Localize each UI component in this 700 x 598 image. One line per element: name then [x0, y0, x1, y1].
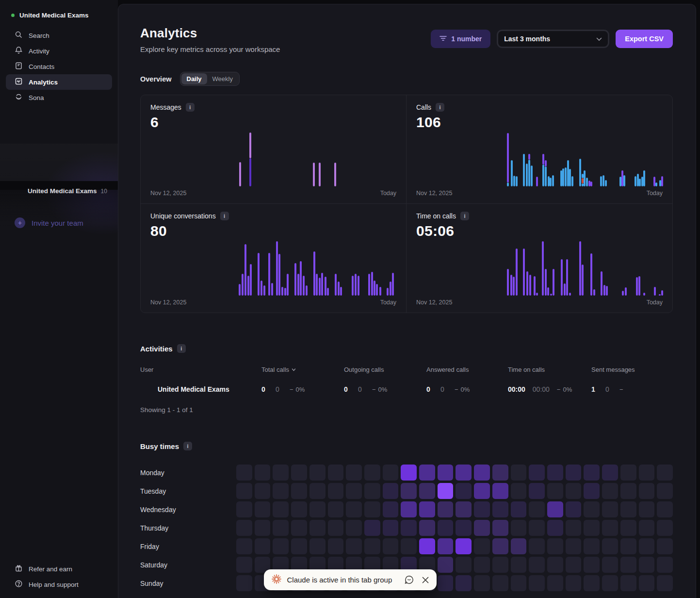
sidebar-item-activity[interactable]: Activity: [6, 43, 112, 59]
chart-bar: [526, 164, 528, 186]
workspace-switcher[interactable]: United Medical Exams: [0, 0, 118, 26]
heatmap-cell: [657, 538, 673, 554]
heatmap-cell: [639, 483, 655, 499]
axis-end-label: Today: [647, 299, 663, 306]
heatmap-cell: [255, 501, 271, 517]
help-and-support-button[interactable]: Help and support: [6, 577, 112, 592]
activities-title: Activities: [140, 345, 173, 353]
heatmap-day-label: Thursday: [140, 524, 234, 532]
heatmap-cell: [529, 520, 545, 536]
chart-bar: [639, 179, 641, 186]
heatmap-cell: [401, 483, 417, 499]
number-filter-button[interactable]: 1 number: [431, 30, 490, 48]
heatmap-cell: [492, 501, 508, 517]
chart-bar: [268, 253, 270, 296]
heatmap-cell: [456, 538, 472, 554]
chart-bar: [638, 276, 640, 296]
info-icon[interactable]: i: [177, 344, 186, 353]
chart-bar: [603, 285, 605, 296]
export-csv-button[interactable]: Export CSV: [616, 30, 673, 48]
column-answered-calls[interactable]: Answered calls: [426, 366, 508, 373]
chart-bar: [387, 288, 389, 296]
chart-bar: [561, 259, 563, 296]
heatmap-cell: [346, 483, 362, 499]
toggle-daily[interactable]: Daily: [181, 73, 207, 84]
heatmap-cell: [547, 465, 563, 481]
invite-your-team-button[interactable]: + Invite your team: [15, 217, 83, 228]
heatmap-cell: [584, 465, 600, 481]
toggle-weekly[interactable]: Weekly: [207, 73, 238, 84]
sidebar-item-sona[interactable]: Sona: [6, 90, 112, 105]
heatmap-cell: [364, 520, 380, 536]
heatmap-cell: [456, 557, 472, 573]
heatmap-cell: [401, 465, 417, 481]
column-total-calls[interactable]: Total calls: [261, 366, 344, 373]
heatmap-cell: [584, 520, 600, 536]
messages-value: 6: [150, 114, 396, 131]
heatmap-cell: [236, 520, 252, 536]
chart-bar: [571, 176, 573, 186]
chart-bar: [321, 273, 323, 296]
heatmap-cell: [511, 520, 527, 536]
chart-bar: [542, 241, 544, 296]
chart-bar: [569, 169, 571, 186]
heatmap-cell: [456, 483, 472, 499]
heatmap-cell: [511, 465, 527, 481]
heatmap-cell: [328, 483, 344, 499]
card-title: Messages: [150, 103, 181, 111]
card-title: Calls: [416, 103, 431, 111]
chart-bar: [300, 261, 302, 296]
heatmap-cell: [309, 538, 326, 554]
contacts-icon: [15, 62, 23, 71]
close-icon[interactable]: [422, 577, 429, 583]
chart-bar: [643, 170, 645, 186]
info-icon[interactable]: i: [436, 103, 444, 112]
heatmap-cell: [584, 483, 600, 499]
column-time-on-calls[interactable]: Time on calls: [508, 366, 591, 373]
column-user[interactable]: User: [140, 366, 261, 373]
table-row[interactable]: United Medical Exams 0 0 −0% 0 0 −0% 0 0…: [140, 385, 673, 393]
heatmap-cell: [474, 538, 490, 554]
heatmap-cell: [273, 465, 289, 481]
heatmap-cell: [492, 483, 508, 499]
heatmap-cell: [255, 465, 271, 481]
chart-bar: [536, 177, 538, 186]
chart-bar: [371, 272, 373, 296]
chart-bar: [547, 287, 549, 296]
info-icon[interactable]: i: [460, 212, 469, 220]
sidebar-item-label: Activity: [29, 48, 49, 55]
sidebar-item-analytics[interactable]: Analytics: [6, 74, 112, 90]
chart-bar: [542, 154, 544, 186]
chat-bubble-icon[interactable]: [404, 575, 414, 585]
chart-bar: [306, 285, 308, 296]
unique-conversations-chart: [150, 241, 396, 296]
heatmap-cell: [401, 501, 417, 517]
chart-bar: [510, 275, 512, 296]
date-range-select[interactable]: Last 3 months: [497, 30, 609, 48]
info-icon[interactable]: i: [183, 442, 192, 450]
heatmap-cell: [236, 501, 252, 517]
heatmap-cell: [602, 483, 618, 499]
info-icon[interactable]: i: [220, 212, 229, 220]
heatmap-cell: [383, 483, 399, 499]
claude-toast[interactable]: Claude is active in this tab group: [264, 569, 437, 590]
column-sent-messages[interactable]: Sent messages: [591, 366, 673, 373]
refer-and-earn-button[interactable]: Refer and earn: [6, 561, 112, 577]
heatmap-cell: [566, 575, 582, 591]
heatmap-cell: [255, 538, 271, 554]
heatmap-cell: [566, 501, 582, 517]
chart-bar: [276, 241, 278, 296]
column-outgoing-calls[interactable]: Outgoing calls: [344, 366, 426, 373]
bell-icon: [15, 46, 23, 56]
workspace-row-dimmed[interactable]: United Medical Exams 10: [28, 187, 114, 195]
chart-bar: [319, 163, 321, 186]
sona-icon: [15, 93, 23, 102]
sidebar-item-contacts[interactable]: Contacts: [6, 59, 112, 74]
sidebar-item-search[interactable]: Search: [6, 28, 112, 43]
heatmap-cell: [419, 538, 435, 554]
chart-bar: [294, 263, 296, 296]
chart-bar: [334, 163, 336, 186]
sidebar-item-label: Sona: [29, 94, 44, 101]
heatmap-cell: [438, 501, 454, 517]
info-icon[interactable]: i: [186, 103, 195, 112]
